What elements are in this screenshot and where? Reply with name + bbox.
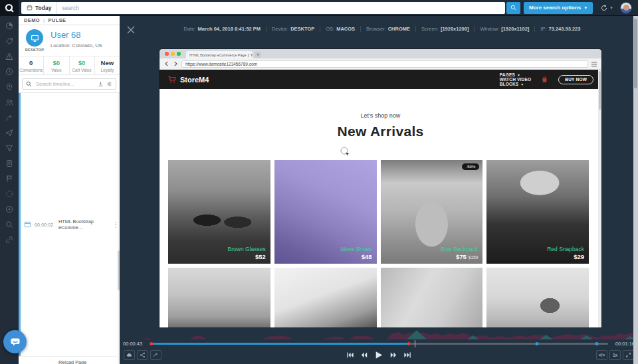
desktop-monitor-icon [31,34,39,43]
cart-bag-icon[interactable] [541,76,548,83]
rail-item-share[interactable] [5,114,13,122]
maximize-window-icon[interactable] [177,52,181,56]
product-card[interactable]: Red Snapback$29 [486,160,589,264]
hero-tagline: Let's shop now [160,112,601,119]
forward-icon[interactable] [173,61,178,66]
chevron-down-icon: ▼ [584,6,587,10]
new-tab-button[interactable]: + [255,52,261,58]
event-marker[interactable] [595,342,598,345]
rail-item-warning[interactable] [5,52,13,60]
view-code-button[interactable]: </> [596,350,607,360]
skip-to-end-button[interactable] [404,351,411,359]
fast-forward-button[interactable] [390,351,397,359]
chat-widget-button[interactable] [3,330,27,353]
back-icon[interactable] [164,61,169,66]
breadcrumb-separator: | [43,17,45,23]
browser-menu-icon[interactable] [591,62,597,66]
playback-speed-button[interactable]: 1x [609,350,621,360]
user-name-link[interactable]: User 68 [51,30,114,40]
timeline-search-input[interactable] [35,80,95,88]
close-window-icon[interactable] [165,52,169,56]
product-old-price: $150 [469,255,478,260]
user-avatar[interactable] [620,2,632,14]
event-marker-current[interactable] [407,342,410,345]
product-card[interactable]: Mens Shoes$48 [274,160,377,264]
product-label: Brown Glasses$52 [228,246,266,260]
more-search-options-button[interactable]: More search options ▼ [524,2,593,14]
product-card[interactable]: -50%Blue Backpack$75$150 [381,160,483,264]
rail-item-visitors[interactable] [5,98,13,106]
rail-item-settings[interactable] [5,190,13,198]
product-card[interactable] [274,268,377,327]
user-location: Location: Colorado, US [51,43,114,48]
history-icon [5,68,13,76]
window-controls [165,52,181,56]
forward-session-button[interactable] [150,350,161,360]
browser-addressbar: https://www.demosite123456789.com [160,58,601,70]
minimize-window-icon[interactable] [171,52,175,56]
page-scrollbar[interactable] [598,70,601,327]
rail-item-pie-chart[interactable] [5,22,13,30]
close-session-button[interactable] [126,25,136,35]
stat-label: Cart Value [70,68,94,72]
rail-item-history[interactable] [5,68,13,76]
meta-value: DESKTOP [290,26,314,32]
playhead-handle[interactable] [415,340,416,347]
event-marker[interactable] [536,342,539,345]
visitor-panel: DEMO | PULSE DESKTOP User 68 Location: C… [19,16,120,364]
gear-icon[interactable] [106,81,112,87]
skip-to-start-button[interactable] [347,351,354,359]
rail-item-integrations[interactable] [5,236,13,244]
event-description: Reload Page "https://mobirise.com/ext [58,359,110,364]
breadcrumb-item-demo[interactable]: DEMO [24,17,40,23]
settings-icon [5,190,13,198]
fullscreen-button[interactable] [623,350,634,360]
rewind-button[interactable] [361,351,368,359]
timeline-track[interactable] [150,343,608,345]
download-icon[interactable] [98,81,104,87]
global-search-input[interactable] [57,5,505,11]
shopping-cart-icon [167,75,177,84]
product-card[interactable] [168,268,270,327]
rail-item-flag[interactable] [5,175,13,183]
site-nav-blocks[interactable]: BLOCKS▼ [500,82,532,86]
breadcrumb-item-pulse[interactable]: PULSE [48,17,66,23]
browser-tab[interactable]: HTML Bootstrap eCommerce Page 1 Te... [186,51,253,58]
share-session-button[interactable] [137,350,148,360]
meta-value: March 04, 2018 8:41:52 PM [197,26,261,32]
buy-now-button[interactable]: BUY NOW [558,75,593,84]
hero-heading[interactable]: New Arrivals [160,124,601,139]
rail-item-document[interactable] [5,159,13,167]
warning-icon [5,52,13,60]
rail-item-filter[interactable] [5,144,13,152]
rail-item-send[interactable] [5,129,13,137]
site-nav-watch-video[interactable]: WATCH VIDEO [500,77,532,82]
window-scrollbar[interactable] [633,16,638,364]
rail-item-recordings[interactable] [5,205,13,213]
search-button[interactable] [506,2,520,14]
map-pin-icon [5,83,13,91]
download-session-button[interactable] [124,350,135,360]
timeline-event[interactable]: 00:00:02Reload Page "https://mobirise.co… [19,357,120,364]
timeline-scrollbar[interactable] [118,93,120,364]
product-card[interactable] [381,268,483,327]
scrubber-row: 00:00:43 00:01:16 [123,339,635,347]
app-logo[interactable] [0,0,19,16]
event-marker-start[interactable] [150,342,153,345]
rail-item-search[interactable] [5,221,13,228]
timeline-event[interactable]: 00:00:02HTML Bootstrap eComme... [19,93,120,357]
site-brand[interactable]: StoreM4 [167,75,209,84]
url-field[interactable]: https://www.demosite123456789.com [181,60,588,68]
product-card[interactable]: Brown Glasses$52 [168,160,270,264]
play-button[interactable] [375,351,383,359]
refresh-button[interactable]: ▼ [601,5,613,11]
date-range-button[interactable]: Today [21,2,57,14]
replayed-page: StoreM4 PAGES▼WATCH VIDEOBLOCKS▼ BUY NOW… [160,70,601,327]
site-nav-pages[interactable]: PAGES▼ [500,72,532,77]
refresh-icon [601,5,607,11]
product-label: Blue Backpack$75$150 [441,246,478,260]
share-nodes-icon [140,352,146,358]
product-card[interactable] [486,268,589,327]
rail-item-map-pin[interactable] [5,83,13,91]
rail-item-tags[interactable] [5,37,13,45]
